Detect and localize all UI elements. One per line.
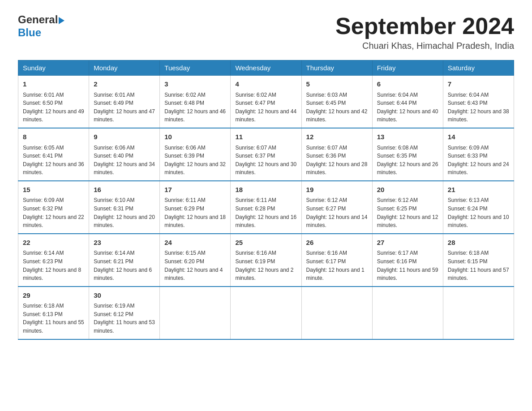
logo-blue: Blue [18,26,41,39]
page-header: General Blue September 2024 Chuari Khas,… [18,13,514,51]
day-number: 26 [306,238,368,248]
day-info: Sunrise: 6:08 AMSunset: 6:35 PMDaylight:… [377,144,438,177]
day-number: 22 [23,238,84,248]
day-info: Sunrise: 6:06 AMSunset: 6:39 PMDaylight:… [164,144,226,177]
day-info: Sunrise: 6:17 AMSunset: 6:16 PMDaylight:… [377,249,438,282]
day-cell: 9Sunrise: 6:06 AMSunset: 6:40 PMDaylight… [89,128,160,181]
day-cell: 26Sunrise: 6:16 AMSunset: 6:17 PMDayligh… [301,234,372,287]
day-cell [231,287,301,339]
day-number: 14 [448,132,509,142]
day-number: 6 [377,79,438,90]
day-number: 13 [377,132,438,142]
day-cell: 25Sunrise: 6:16 AMSunset: 6:19 PMDayligh… [231,234,301,287]
calendar-header: SundayMondayTuesdayWednesdayThursdayFrid… [18,60,514,76]
week-row-4: 22Sunrise: 6:14 AMSunset: 6:23 PMDayligh… [18,234,514,287]
day-number: 25 [235,238,296,248]
day-info: Sunrise: 6:01 AMSunset: 6:50 PMDaylight:… [23,91,84,124]
location: Chuari Khas, Himachal Pradesh, India [335,41,514,51]
day-cell [301,287,372,339]
day-number: 19 [306,185,368,195]
day-info: Sunrise: 6:04 AMSunset: 6:43 PMDaylight:… [448,91,509,124]
header-day-friday: Friday [372,60,443,76]
header-day-tuesday: Tuesday [160,60,231,76]
logo: General Blue [18,13,64,39]
day-number: 27 [377,238,438,248]
day-cell: 1Sunrise: 6:01 AMSunset: 6:50 PMDaylight… [18,76,89,128]
day-number: 5 [306,79,368,90]
day-number: 20 [377,185,438,195]
day-cell: 2Sunrise: 6:01 AMSunset: 6:49 PMDaylight… [89,76,160,128]
day-cell [443,287,514,339]
week-row-3: 15Sunrise: 6:09 AMSunset: 6:32 PMDayligh… [18,181,514,234]
day-cell: 29Sunrise: 6:18 AMSunset: 6:13 PMDayligh… [18,287,89,339]
day-info: Sunrise: 6:09 AMSunset: 6:33 PMDaylight:… [448,144,509,177]
day-cell: 23Sunrise: 6:14 AMSunset: 6:21 PMDayligh… [89,234,160,287]
day-cell: 18Sunrise: 6:11 AMSunset: 6:28 PMDayligh… [231,181,301,234]
day-cell: 27Sunrise: 6:17 AMSunset: 6:16 PMDayligh… [372,234,443,287]
day-info: Sunrise: 6:02 AMSunset: 6:48 PMDaylight:… [164,91,226,124]
day-info: Sunrise: 6:06 AMSunset: 6:40 PMDaylight:… [94,144,155,177]
day-number: 11 [235,132,296,142]
day-cell: 16Sunrise: 6:10 AMSunset: 6:31 PMDayligh… [89,181,160,234]
day-number: 1 [23,79,84,90]
day-info: Sunrise: 6:16 AMSunset: 6:19 PMDaylight:… [235,249,296,282]
logo-general: General [18,13,58,26]
day-number: 28 [448,238,509,248]
day-number: 21 [448,185,509,195]
day-cell: 20Sunrise: 6:12 AMSunset: 6:25 PMDayligh… [372,181,443,234]
calendar-table: SundayMondayTuesdayWednesdayThursdayFrid… [18,60,514,339]
day-info: Sunrise: 6:04 AMSunset: 6:44 PMDaylight:… [377,91,438,124]
day-info: Sunrise: 6:12 AMSunset: 6:25 PMDaylight:… [377,196,438,229]
day-info: Sunrise: 6:11 AMSunset: 6:29 PMDaylight:… [164,196,226,229]
day-info: Sunrise: 6:01 AMSunset: 6:49 PMDaylight:… [94,91,155,124]
day-number: 16 [94,185,155,195]
day-number: 23 [94,238,155,248]
day-number: 12 [306,132,368,142]
day-info: Sunrise: 6:15 AMSunset: 6:20 PMDaylight:… [164,249,226,282]
day-number: 18 [235,185,296,195]
day-number: 15 [23,185,84,195]
day-number: 29 [23,291,84,301]
header-day-monday: Monday [89,60,160,76]
day-cell: 8Sunrise: 6:05 AMSunset: 6:41 PMDaylight… [18,128,89,181]
day-info: Sunrise: 6:05 AMSunset: 6:41 PMDaylight:… [23,144,84,177]
header-day-wednesday: Wednesday [231,60,301,76]
day-cell: 21Sunrise: 6:13 AMSunset: 6:24 PMDayligh… [443,181,514,234]
day-info: Sunrise: 6:14 AMSunset: 6:21 PMDaylight:… [94,249,155,282]
day-cell [160,287,231,339]
day-info: Sunrise: 6:18 AMSunset: 6:13 PMDaylight:… [23,302,84,335]
day-number: 10 [164,132,226,142]
day-info: Sunrise: 6:14 AMSunset: 6:23 PMDaylight:… [23,249,84,282]
day-number: 7 [448,79,509,90]
day-info: Sunrise: 6:07 AMSunset: 6:37 PMDaylight:… [235,144,296,177]
title-block: September 2024 Chuari Khas, Himachal Pra… [335,13,514,51]
day-cell: 14Sunrise: 6:09 AMSunset: 6:33 PMDayligh… [443,128,514,181]
day-cell: 15Sunrise: 6:09 AMSunset: 6:32 PMDayligh… [18,181,89,234]
month-title: September 2024 [335,13,514,39]
day-cell: 12Sunrise: 6:07 AMSunset: 6:36 PMDayligh… [301,128,372,181]
week-row-2: 8Sunrise: 6:05 AMSunset: 6:41 PMDaylight… [18,128,514,181]
day-number: 24 [164,238,226,248]
day-cell: 24Sunrise: 6:15 AMSunset: 6:20 PMDayligh… [160,234,231,287]
day-cell: 22Sunrise: 6:14 AMSunset: 6:23 PMDayligh… [18,234,89,287]
day-info: Sunrise: 6:18 AMSunset: 6:15 PMDaylight:… [448,249,509,282]
header-row: SundayMondayTuesdayWednesdayThursdayFrid… [18,60,514,76]
day-info: Sunrise: 6:03 AMSunset: 6:45 PMDaylight:… [306,91,368,124]
day-cell: 6Sunrise: 6:04 AMSunset: 6:44 PMDaylight… [372,76,443,128]
day-info: Sunrise: 6:11 AMSunset: 6:28 PMDaylight:… [235,196,296,229]
day-info: Sunrise: 6:02 AMSunset: 6:47 PMDaylight:… [235,91,296,124]
day-cell: 5Sunrise: 6:03 AMSunset: 6:45 PMDaylight… [301,76,372,128]
day-cell: 28Sunrise: 6:18 AMSunset: 6:15 PMDayligh… [443,234,514,287]
day-number: 30 [94,291,155,301]
day-info: Sunrise: 6:09 AMSunset: 6:32 PMDaylight:… [23,196,84,229]
day-info: Sunrise: 6:12 AMSunset: 6:27 PMDaylight:… [306,196,368,229]
day-number: 4 [235,79,296,90]
header-day-thursday: Thursday [301,60,372,76]
day-info: Sunrise: 6:13 AMSunset: 6:24 PMDaylight:… [448,196,509,229]
day-cell: 11Sunrise: 6:07 AMSunset: 6:37 PMDayligh… [231,128,301,181]
day-info: Sunrise: 6:07 AMSunset: 6:36 PMDaylight:… [306,144,368,177]
day-number: 9 [94,132,155,142]
day-info: Sunrise: 6:19 AMSunset: 6:12 PMDaylight:… [94,302,155,335]
day-info: Sunrise: 6:10 AMSunset: 6:31 PMDaylight:… [94,196,155,229]
logo-arrow-icon [59,17,64,24]
